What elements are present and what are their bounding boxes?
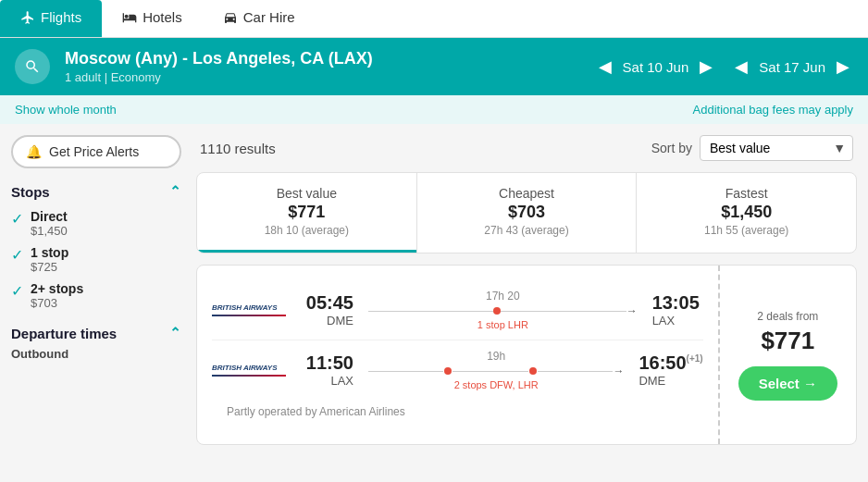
stop-direct-label: Direct	[31, 209, 68, 224]
stop-2plus-label: 2+ stops	[31, 281, 83, 296]
outbound-arrow-icon: →	[626, 304, 638, 317]
tab-hotels[interactable]: Hotels	[102, 0, 203, 37]
inbound-plus-day: (+1)	[687, 353, 703, 364]
sort-wrapper: Best value Cheapest Fastest Outbound dep…	[700, 135, 853, 161]
stop-1-label: 1 stop	[31, 245, 68, 260]
stop-direct[interactable]: ✓ Direct $1,450	[11, 209, 181, 238]
best-value-title: Best value	[206, 186, 407, 201]
tab-best-value[interactable]: Best value $771 18h 10 (average)	[197, 173, 416, 253]
next-outbound-btn[interactable]: ▶	[696, 53, 716, 80]
value-tabs: Best value $771 18h 10 (average) Cheapes…	[196, 172, 857, 253]
ba-logo-inbound: BRITISH AIRWAYS	[212, 364, 295, 377]
tab-hotels-label: Hotels	[143, 9, 182, 25]
deals-from-label: 2 deals from	[757, 310, 818, 323]
outbound-flight-row: BRITISH AIRWAYS 05:45 DME 17h 20	[212, 280, 703, 340]
stop-1-price: $725	[31, 260, 68, 274]
outbound-label: Outbound	[11, 347, 181, 361]
fastest-avg: 11h 55 (average)	[646, 224, 847, 237]
airline-logo-outbound: BRITISH AIRWAYS	[212, 303, 295, 316]
flight-rows: BRITISH AIRWAYS 05:45 DME 17h 20	[197, 266, 720, 444]
search-bar: Moscow (Any) - Los Angeles, CA (LAX) 1 a…	[0, 38, 868, 95]
outbound-depart: 05:45 DME	[303, 292, 353, 328]
cheapest-price: $703	[427, 203, 627, 222]
inbound-stop-label: 2 stops DFW, LHR	[368, 379, 624, 390]
stops-filter-header[interactable]: Stops ⌃	[11, 183, 181, 200]
flight-card: BRITISH AIRWAYS 05:45 DME 17h 20	[196, 265, 857, 445]
check-direct-icon: ✓	[11, 210, 23, 228]
sidebar: 🔔 Get Price Alerts Stops ⌃ ✓ Direct $1,4…	[11, 135, 196, 445]
results-count: 1110 results	[200, 141, 276, 156]
inbound-depart-airport: LAX	[303, 374, 353, 388]
departure-filter-header[interactable]: Departure times ⌃	[11, 325, 181, 341]
inbound-seg-3	[538, 371, 613, 372]
tab-fastest[interactable]: Fastest $1,450 11h 55 (average)	[637, 173, 856, 253]
main-layout: 🔔 Get Price Alerts Stops ⌃ ✓ Direct $1,4…	[0, 124, 868, 456]
search-details: 1 adult | Economy	[65, 70, 580, 84]
inbound-depart-time: 11:50	[303, 352, 353, 374]
inbound-arrive: 16:50(+1) DME	[639, 352, 702, 388]
sort-select[interactable]: Best value Cheapest Fastest Outbound dep…	[700, 135, 853, 161]
sort-by: Sort by Best value Cheapest Fastest Outb…	[651, 135, 853, 161]
plane-icon	[20, 10, 35, 25]
bell-icon: 🔔	[26, 144, 42, 159]
tab-cheapest[interactable]: Cheapest $703 27h 43 (average)	[417, 173, 637, 253]
outbound-line: →	[368, 304, 638, 317]
inbound-arrow-icon: →	[613, 365, 624, 377]
stops-chevron-icon: ⌃	[169, 183, 181, 200]
price-alert-label: Get Price Alerts	[49, 144, 139, 159]
outbound-date: Sat 10 Jun	[623, 59, 689, 75]
outbound-duration: 17h 20	[368, 290, 638, 303]
outbound-stop-dot	[493, 307, 501, 315]
stop-2plus[interactable]: ✓ 2+ stops $703	[11, 281, 181, 310]
select-label: Select →	[759, 376, 817, 391]
sort-by-label: Sort by	[651, 141, 692, 155]
tab-car-hire-label: Car Hire	[243, 9, 295, 25]
inbound-stop-dot-1	[444, 367, 452, 375]
ba-logo: BRITISH AIRWAYS	[212, 303, 295, 316]
stop-1[interactable]: ✓ 1 stop $725	[11, 245, 181, 274]
stops-filter: Stops ⌃ ✓ Direct $1,450 ✓ 1 stop $725 ✓	[11, 183, 181, 310]
flight-price-panel: 2 deals from $771 Select →	[720, 266, 856, 444]
next-return-btn[interactable]: ▶	[833, 53, 853, 80]
cheapest-avg: 27h 43 (average)	[427, 224, 627, 237]
inbound-depart: 11:50 LAX	[303, 352, 353, 388]
show-whole-month-link[interactable]: Show whole month	[15, 103, 117, 117]
prev-return-btn[interactable]: ◀	[731, 53, 751, 80]
flight-price: $771	[761, 327, 814, 355]
outbound-stop-label: 1 stop LHR	[368, 319, 638, 330]
price-alert-button[interactable]: 🔔 Get Price Alerts	[11, 135, 181, 168]
inbound-seg-1	[368, 371, 443, 372]
info-bar: Show whole month Additional bag fees may…	[0, 95, 868, 124]
date-nav-outbound: ◀ Sat 10 Jun ▶	[595, 53, 717, 80]
prev-outbound-btn[interactable]: ◀	[595, 53, 615, 80]
search-info[interactable]: Moscow (Any) - Los Angeles, CA (LAX) 1 a…	[65, 49, 580, 84]
bed-icon	[122, 10, 137, 25]
select-button[interactable]: Select →	[738, 366, 837, 401]
departure-filter: Departure times ⌃ Outbound	[11, 325, 181, 361]
inbound-arrive-airport: DME	[639, 374, 702, 388]
ba-name-inbound: BRITISH AIRWAYS	[212, 364, 286, 372]
departure-title: Departure times	[11, 326, 117, 341]
date-nav-return: ◀ Sat 17 Jun ▶	[731, 53, 853, 80]
inbound-duration: 19h	[368, 350, 624, 363]
return-date: Sat 17 Jun	[759, 59, 825, 75]
partly-operated: Partly operated by American Airlines	[212, 400, 703, 429]
check-1stop-icon: ✓	[11, 246, 23, 264]
inbound-seg-2	[453, 371, 527, 372]
car-icon	[223, 10, 238, 25]
tab-car-hire[interactable]: Car Hire	[203, 0, 316, 37]
best-value-avg: 18h 10 (average)	[206, 224, 407, 237]
ba-name: BRITISH AIRWAYS	[212, 303, 286, 312]
top-nav: Flights Hotels Car Hire	[0, 0, 868, 38]
inbound-line: →	[368, 365, 624, 377]
check-2stop-icon: ✓	[11, 282, 23, 300]
flight-card-inner: BRITISH AIRWAYS 05:45 DME 17h 20	[197, 266, 856, 444]
outbound-arrive-airport: LAX	[652, 314, 703, 328]
search-icon	[24, 58, 41, 75]
tab-flights[interactable]: Flights	[0, 0, 102, 37]
stops-title: Stops	[11, 184, 50, 200]
search-icon-circle[interactable]	[15, 49, 50, 84]
outbound-arrive-time: 13:05	[652, 292, 703, 314]
search-route: Moscow (Any) - Los Angeles, CA (LAX)	[65, 49, 580, 68]
bag-fees-link[interactable]: Additional bag fees may apply	[693, 103, 853, 117]
